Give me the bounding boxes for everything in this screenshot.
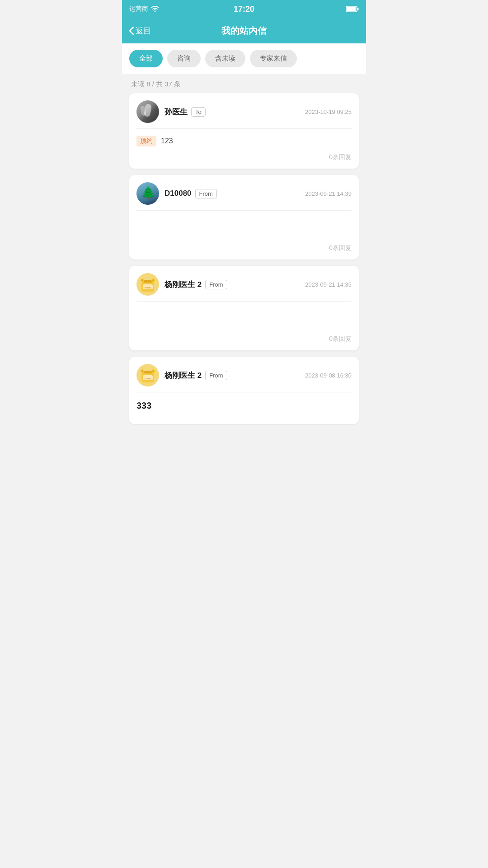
messages-list: 孙医生 To 2023-10-19 09:25 预约 123 0条回复 D100… [122,93,366,424]
avatar-1 [136,100,159,123]
msg-footer-1: 0条回复 [136,153,352,161]
back-label: 返回 [136,26,151,36]
back-arrow-icon [129,27,134,35]
tab-all[interactable]: 全部 [129,50,163,67]
msg-name-row-1: 孙医生 To [164,107,300,117]
msg-body-3 [136,307,352,330]
msg-divider-4 [136,392,352,392]
wifi-icon [151,6,159,12]
msg-divider-2 [136,210,352,211]
battery-icon [346,6,359,12]
honey-bear-icon-3: honey ✦ [138,274,158,294]
avatar-3: honey ✦ [136,273,159,296]
header: 返回 我的站内信 [122,18,366,43]
status-right [346,6,359,12]
carrier-label: 运营商 [129,5,148,13]
msg-body-2 [136,216,352,239]
msg-divider-1 [136,128,352,129]
msg-header-2: D10080 From 2023-09-21 14:39 [136,182,352,205]
msg-header-4: honey ✦ 杨刚医生 2 From 2023-09-08 16:30 [136,364,352,387]
msg-time-3: 2023-09-21 14:35 [305,281,352,288]
msg-body-tag-1: 预约 [136,136,156,146]
msg-body-1: 预约 123 [136,134,352,148]
stats-bar: 未读 8 / 共 37 条 [122,74,366,93]
status-time: 17:20 [234,5,254,14]
msg-replies-3: 0条回复 [329,335,352,342]
svg-text:✦: ✦ [153,370,156,374]
svg-text:✦: ✦ [153,279,156,283]
tab-expert[interactable]: 专家来信 [250,50,297,67]
svg-text:honey: honey [145,286,151,289]
msg-name-row-2: D10080 From [164,189,300,198]
msg-tag-4: From [205,371,227,380]
svg-rect-2 [347,7,356,11]
msg-footer-3: 0条回复 [136,335,352,343]
page-title: 我的站内信 [221,25,267,37]
msg-tag-2: From [195,189,217,198]
msg-header-1: 孙医生 To 2023-10-19 09:25 [136,100,352,123]
message-card-2[interactable]: D10080 From 2023-09-21 14:39 0条回复 [129,175,359,259]
tab-consult[interactable]: 咨询 [167,50,201,67]
msg-divider-3 [136,301,352,302]
svg-rect-1 [357,8,359,10]
status-left: 运营商 [129,5,159,13]
avatar-2 [136,182,159,205]
msg-tag-1: To [191,107,206,117]
back-button[interactable]: 返回 [129,26,151,36]
msg-header-3: honey ✦ 杨刚医生 2 From 2023-09-21 14:35 [136,273,352,296]
msg-name-3: 杨刚医生 2 [164,279,202,290]
msg-body-4: 333 [136,398,352,411]
status-bar: 运营商 17:20 [122,0,366,18]
message-card-3[interactable]: honey ✦ 杨刚医生 2 From 2023-09-21 14:35 0条回… [129,266,359,350]
msg-replies-2: 0条回复 [329,244,352,251]
msg-name-2: D10080 [164,189,192,198]
msg-name-row-4: 杨刚医生 2 From [164,370,300,381]
svg-point-18 [141,370,143,372]
honey-bear-icon-4: honey ✦ [138,365,158,385]
msg-replies-1: 0条回复 [329,153,352,160]
msg-body-content-4: 333 [136,399,151,411]
svg-point-9 [141,279,143,281]
message-card-4[interactable]: honey ✦ 杨刚医生 2 From 2023-09-08 16:30 333 [129,357,359,424]
msg-body-content-1: 123 [161,137,173,145]
msg-name-1: 孙医生 [164,107,188,117]
msg-name-row-3: 杨刚医生 2 From [164,279,300,290]
msg-time-4: 2023-09-08 16:30 [305,372,352,379]
tab-bar: 全部 咨询 含未读 专家来信 [122,43,366,74]
msg-time-2: 2023-09-21 14:39 [305,190,352,197]
msg-name-4: 杨刚医生 2 [164,370,202,381]
stats-text: 未读 8 / 共 37 条 [131,80,181,88]
message-card-1[interactable]: 孙医生 To 2023-10-19 09:25 预约 123 0条回复 [129,93,359,169]
msg-time-1: 2023-10-19 09:25 [305,108,352,115]
msg-footer-2: 0条回复 [136,244,352,252]
msg-tag-3: From [205,280,227,289]
svg-text:honey: honey [145,377,151,380]
avatar-4: honey ✦ [136,364,159,387]
tab-unread[interactable]: 含未读 [205,50,245,67]
